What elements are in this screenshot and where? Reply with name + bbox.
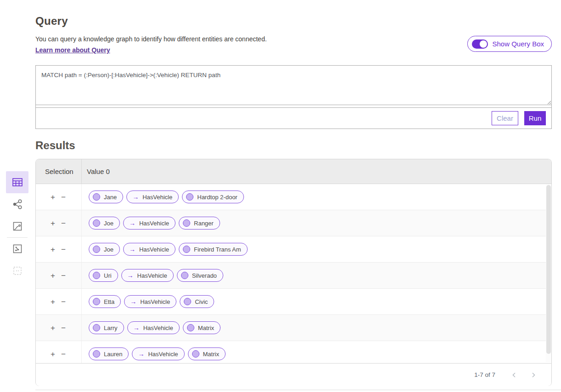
remove-selection-button[interactable]: − (60, 323, 67, 333)
source-node-label: Etta (104, 298, 114, 305)
query-page: Query You can query a knowledge graph to… (0, 0, 561, 392)
target-node-chip[interactable]: Hardtop 2-door (182, 190, 244, 203)
table-row: + − Joe → HasVehicle Ranger (36, 210, 551, 236)
arrow-right-icon: → (129, 219, 136, 227)
source-node-chip[interactable]: Jane (89, 190, 123, 203)
source-node-label: Jane (104, 194, 117, 201)
edge-chip[interactable]: → HasVehicle (123, 243, 176, 256)
table-row: + − Larry → HasVehicle Matrix (36, 315, 551, 341)
source-node-label: Lauren (104, 351, 122, 358)
prev-page-button[interactable] (507, 368, 521, 382)
target-node-label: Matrix (198, 325, 214, 331)
add-selection-button[interactable]: + (50, 349, 56, 359)
source-node-chip[interactable]: Lauren (89, 347, 129, 360)
source-node-label: Joe (104, 220, 113, 227)
source-node-chip[interactable]: Uri (89, 269, 118, 282)
target-node-chip[interactable]: Firebird Trans Am (179, 243, 248, 256)
chevron-right-icon (530, 372, 537, 378)
target-node-chip[interactable]: Civic (180, 295, 214, 308)
table-scrollbar-thumb[interactable] (546, 185, 551, 354)
row-value-cell: Lauren → HasVehicle Matrix (82, 341, 226, 363)
remove-selection-button[interactable]: − (60, 245, 67, 254)
node-icon (181, 272, 188, 279)
edge-chip[interactable]: → HasVehicle (123, 217, 176, 230)
edge-chip[interactable]: → HasVehicle (121, 269, 174, 282)
row-selection-cell: + − (36, 341, 82, 363)
table-row: + − Joe → HasVehicle Firebird Trans Am (36, 236, 551, 263)
edge-label: HasVehicle (137, 272, 167, 279)
tab-empty-view (6, 260, 28, 282)
add-selection-button[interactable]: + (50, 192, 56, 202)
column-header-selection: Selection (36, 159, 82, 184)
tab-table-view[interactable] (6, 171, 28, 193)
edge-label: HasVehicle (142, 194, 172, 201)
row-selection-cell: + − (36, 210, 82, 236)
remove-selection-button[interactable]: − (60, 349, 67, 359)
show-query-box-toggle[interactable]: Show Query Box (467, 36, 552, 52)
arrow-right-icon: → (130, 298, 136, 305)
arrow-right-icon: → (129, 246, 136, 253)
target-node-label: Matrix (203, 351, 219, 358)
run-button[interactable]: Run (524, 111, 546, 125)
tab-image-view[interactable] (6, 238, 28, 260)
edge-label: HasVehicle (143, 325, 173, 331)
tab-chart-view[interactable] (6, 215, 28, 237)
remove-selection-button[interactable]: − (60, 297, 67, 307)
toggle-label: Show Query Box (492, 40, 544, 48)
table-footer: 1-7 of 7 (36, 363, 551, 386)
query-input[interactable]: MATCH path = (:Person)-[:HasVehicle]->(:… (36, 66, 551, 105)
edge-chip[interactable]: → HasVehicle (132, 347, 184, 360)
add-selection-button[interactable]: + (50, 271, 56, 280)
table-row: + − Etta → HasVehicle Civic (36, 289, 551, 315)
target-node-label: Firebird Trans Am (194, 246, 241, 253)
row-value-cell: Uri → HasVehicle Silverado (82, 263, 223, 288)
row-value-cell: Etta → HasVehicle Civic (82, 289, 214, 314)
source-node-chip[interactable]: Larry (89, 321, 124, 334)
arrow-right-icon: → (138, 350, 144, 358)
table-row: + − Lauren → HasVehicle Matrix (36, 341, 551, 363)
target-node-chip[interactable]: Matrix (183, 321, 221, 334)
edge-chip[interactable]: → HasVehicle (126, 190, 179, 203)
add-selection-button[interactable]: + (50, 245, 56, 254)
tab-graph-view[interactable] (6, 193, 28, 215)
page-title: Query (35, 15, 68, 28)
source-node-chip[interactable]: Joe (89, 217, 120, 230)
node-icon (93, 298, 100, 305)
table-row: + − Uri → HasVehicle Silverado (36, 263, 551, 289)
source-node-label: Larry (104, 325, 118, 331)
target-node-chip[interactable]: Silverado (177, 269, 223, 282)
table-view-icon (12, 178, 23, 187)
node-icon (183, 219, 190, 227)
results-heading: Results (35, 139, 75, 152)
edge-label: HasVehicle (140, 298, 170, 305)
node-icon (93, 350, 100, 358)
add-selection-button[interactable]: + (50, 218, 56, 228)
target-node-label: Hardtop 2-door (197, 194, 237, 201)
edge-chip[interactable]: → HasVehicle (127, 321, 180, 334)
target-node-chip[interactable]: Ranger (179, 217, 220, 230)
pagination-range: 1-7 of 7 (474, 371, 495, 378)
view-switcher-rail (6, 171, 28, 282)
target-node-label: Ranger (194, 220, 214, 227)
page-description: You can query a knowledge graph to ident… (35, 35, 267, 43)
clear-button[interactable]: Clear (492, 111, 518, 125)
learn-more-link[interactable]: Learn more about Query (35, 46, 110, 54)
target-node-chip[interactable]: Matrix (188, 347, 226, 360)
node-icon (93, 219, 100, 227)
row-selection-cell: + − (36, 289, 82, 314)
source-node-chip[interactable]: Joe (89, 243, 120, 256)
source-node-chip[interactable]: Etta (89, 295, 121, 308)
next-page-button[interactable] (527, 368, 540, 382)
add-selection-button[interactable]: + (50, 297, 56, 307)
table-header: Selection Value 0 (36, 159, 551, 184)
remove-selection-button[interactable]: − (60, 192, 67, 202)
toggle-switch-on[interactable] (472, 39, 488, 49)
node-icon (186, 193, 193, 201)
add-selection-button[interactable]: + (50, 323, 56, 333)
remove-selection-button[interactable]: − (60, 271, 67, 280)
node-icon (93, 193, 100, 201)
edge-label: HasVehicle (139, 220, 169, 227)
query-editor-panel: MATCH path = (:Person)-[:HasVehicle]->(:… (35, 65, 552, 129)
edge-chip[interactable]: → HasVehicle (124, 295, 176, 308)
remove-selection-button[interactable]: − (60, 218, 67, 228)
